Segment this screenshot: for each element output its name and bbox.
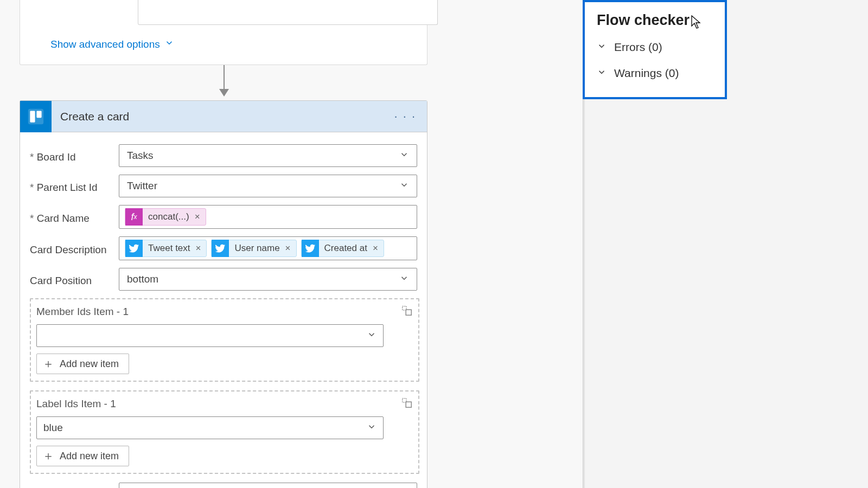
create-card-action: Create a card · · · Board Id Tasks Paren… [20,100,427,488]
switch-mode-icon[interactable] [401,305,413,319]
previous-input-field[interactable] [138,0,438,25]
row-card-desc: Card Description Tweet text × User name [30,236,417,260]
flow-checker-panel: Flow checker Errors (0) Warnings (0) [583,0,727,99]
add-item-label: Add new item [60,451,119,462]
board-id-select[interactable]: Tasks [119,144,417,167]
card-name-input[interactable]: fx concat(...) × [119,205,417,229]
token-remove-icon[interactable]: × [285,243,296,254]
label-card-name: Card Name [30,209,119,224]
label-board-id: Board Id [30,148,119,163]
svg-rect-7 [406,402,411,407]
flow-checker-title: Flow checker [585,12,725,34]
chevron-down-icon [597,41,607,54]
card-position-select[interactable]: bottom [119,268,417,291]
plus-icon: ＋ [42,450,54,462]
card-header[interactable]: Create a card · · · [20,101,427,132]
row-card-name: Card Name fx concat(...) × [30,205,417,229]
twitter-icon [212,240,229,257]
twitter-icon [302,240,319,257]
label-ids-label: Label Ids Item - 1 [36,398,116,410]
errors-row[interactable]: Errors (0) [585,34,725,60]
member-ids-group: Member Ids Item - 1 ＋ Add new item [30,298,419,382]
warnings-row[interactable]: Warnings (0) [585,60,725,86]
add-member-item-button[interactable]: ＋ Add new item [36,354,129,374]
card-menu-ellipsis-icon[interactable]: · · · [394,110,416,124]
previous-action-card: Show advanced options [20,0,427,65]
member-id-select[interactable] [36,324,384,347]
member-ids-label: Member Ids Item - 1 [36,306,129,318]
label-card-desc: Card Description [30,241,119,256]
add-item-label: Add new item [60,358,119,370]
label-card-position: Card Position [30,272,119,287]
chevron-down-icon [367,422,376,434]
row-card-position: Card Position bottom [30,268,417,291]
card-position-value: bottom [127,273,158,285]
label-parent-list: Parent List Id [30,178,119,194]
add-label-item-button[interactable]: ＋ Add new item [36,446,129,466]
token-remove-icon[interactable]: × [196,243,207,254]
chevron-down-icon [399,180,409,192]
fx-token-text: concat(...) [143,211,195,222]
connector-arrow [224,65,225,92]
show-advanced-options-link[interactable]: Show advanced options [50,38,174,50]
fx-icon: fx [125,208,143,226]
parent-list-value: Twitter [127,180,157,192]
svg-rect-5 [406,310,411,315]
dynamic-token-user-name[interactable]: User name × [211,240,296,257]
dynamic-token-created-at[interactable]: Created at × [301,240,384,257]
row-board-id: Board Id Tasks [30,144,417,167]
board-id-value: Tasks [127,150,154,162]
label-ids-group: Label Ids Item - 1 blue ＋ Add new item [30,390,419,474]
flow-canvas: Show advanced options Create a card · · … [0,0,584,488]
chevron-down-icon [399,150,409,162]
label-id-value: blue [43,422,63,434]
source-url-input[interactable]: null [119,483,417,488]
svg-rect-3 [36,111,41,118]
chevron-down-icon [367,330,376,342]
card-body: Board Id Tasks Parent List Id Twitter [20,132,427,488]
card-title: Create a card [60,110,394,123]
card-desc-input[interactable]: Tweet text × User name × C [119,236,417,260]
plus-icon: ＋ [42,358,54,370]
switch-mode-icon[interactable] [401,397,413,411]
errors-label: Errors (0) [614,41,662,54]
advanced-options-label: Show advanced options [50,38,160,50]
parent-list-select[interactable]: Twitter [119,175,417,197]
trello-icon [20,101,52,132]
cursor-icon [691,15,702,31]
label-id-select[interactable]: blue [36,416,384,439]
svg-rect-2 [30,111,35,122]
dynamic-token-tweet-text[interactable]: Tweet text × [125,240,207,257]
expression-token-concat[interactable]: fx concat(...) × [125,208,206,226]
warnings-label: Warnings (0) [614,67,679,80]
token-remove-icon[interactable]: × [195,211,206,222]
chevron-down-icon [399,273,409,286]
token-text: Created at [319,243,373,254]
token-text: User name [229,243,285,254]
twitter-icon [125,240,143,257]
chevron-down-icon [597,67,607,80]
token-remove-icon[interactable]: × [373,243,384,254]
row-parent-list: Parent List Id Twitter [30,175,417,197]
row-source-url: Source Url null [30,483,417,488]
token-text: Tweet text [143,243,195,254]
chevron-down-icon [164,38,174,50]
